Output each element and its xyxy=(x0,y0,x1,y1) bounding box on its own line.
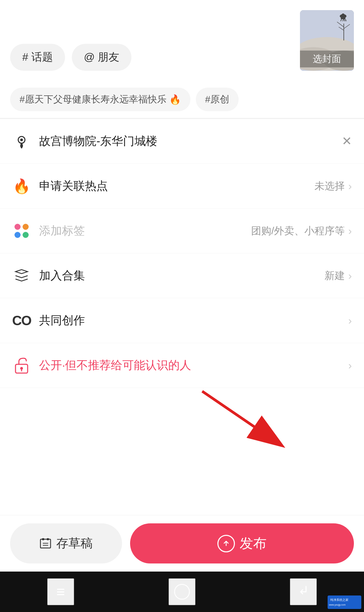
collection-chevron: › xyxy=(348,270,352,282)
hotspot-right: 未选择 › xyxy=(314,179,352,193)
tag-buttons: # 话题 @ 朋友 xyxy=(10,44,131,71)
cover-label[interactable]: 选封面 xyxy=(300,51,354,67)
hashtag-text-1: #愿天下父母健康长寿永远幸福快乐 xyxy=(20,93,166,106)
fire-icon-1: 🔥 xyxy=(169,94,181,105)
hashtag-chip-2[interactable]: #原创 xyxy=(196,88,239,111)
hashtag-text-2: #原创 xyxy=(205,93,230,106)
collection-label: 加入合集 xyxy=(39,268,325,283)
cover-thumbnail[interactable]: 选封面 xyxy=(300,10,354,71)
co-create-icon: CO xyxy=(12,311,31,330)
tags-label: 添加标签 xyxy=(39,223,251,239)
red-arrow-svg xyxy=(0,388,364,455)
collection-row[interactable]: 加入合集 新建 › xyxy=(0,253,364,298)
hashtag-chip-1[interactable]: #愿天下父母健康长寿永远幸福快乐 🔥 xyxy=(10,88,190,111)
bottom-bar: 存草稿 发布 xyxy=(0,515,364,572)
svg-rect-24 xyxy=(42,538,44,540)
tags-right: 团购/外卖、小程序等 › xyxy=(251,224,352,238)
svg-point-18 xyxy=(20,367,23,370)
back-nav-button[interactable] xyxy=(290,578,317,605)
tags-value: 团购/外卖、小程序等 xyxy=(251,224,345,238)
arrow-section xyxy=(0,388,364,455)
hashtag-row: #愿天下父母健康长寿永远幸福快乐 🔥 #原创 xyxy=(0,81,364,118)
svg-point-28 xyxy=(175,584,189,599)
upload-icon xyxy=(217,535,235,552)
back-nav-icon xyxy=(295,584,311,600)
location-label: 故宫博物院-东华门城楼 xyxy=(39,133,342,149)
android-nav-bar: ≡ xyxy=(0,572,364,612)
hashtag-button[interactable]: # 话题 xyxy=(10,44,65,71)
co-create-right: › xyxy=(348,314,352,327)
privacy-right: › xyxy=(348,359,352,372)
fire-icon: 🔥 xyxy=(12,177,31,195)
tags-icon xyxy=(12,221,31,240)
collection-icon xyxy=(12,266,31,285)
svg-text:纯净系统之家: 纯净系统之家 xyxy=(330,598,348,602)
svg-text:www.youjjy.com: www.youjjy.com xyxy=(329,604,345,606)
hotspot-value: 未选择 xyxy=(314,179,345,193)
tags-chevron: › xyxy=(348,225,352,237)
location-icon xyxy=(12,132,31,151)
svg-line-21 xyxy=(202,391,276,442)
location-row[interactable]: 故宫博物院-东华门城楼 ✕ xyxy=(0,119,364,164)
svg-rect-29 xyxy=(328,595,361,609)
privacy-row[interactable]: 公开·但不推荐给可能认识的人 › xyxy=(0,343,364,388)
draft-label: 存草稿 xyxy=(56,535,93,552)
svg-point-14 xyxy=(342,13,344,16)
svg-rect-25 xyxy=(47,538,49,540)
co-create-chevron: › xyxy=(348,314,352,327)
draft-icon xyxy=(39,538,52,550)
menu-section: 故宫博物院-东华门城楼 ✕ 🔥 申请关联热点 未选择 › xyxy=(0,119,364,388)
menu-nav-icon: ≡ xyxy=(56,583,65,600)
top-section: # 话题 @ 朋友 xyxy=(0,0,364,81)
collection-value: 新建 xyxy=(325,269,345,283)
collection-right: 新建 › xyxy=(325,269,352,283)
tags-row[interactable]: 添加标签 团购/外卖、小程序等 › xyxy=(0,209,364,253)
watermark: 纯净系统之家 www.youjjy.com xyxy=(328,595,361,611)
draft-button[interactable]: 存草稿 xyxy=(10,523,122,563)
co-text: CO xyxy=(12,313,31,328)
home-nav-icon xyxy=(173,583,191,601)
co-create-label: 共同创作 xyxy=(39,313,348,328)
at-button[interactable]: @ 朋友 xyxy=(72,44,131,71)
privacy-label: 公开·但不推荐给可能认识的人 xyxy=(39,358,348,373)
close-icon[interactable]: ✕ xyxy=(342,134,352,148)
svg-point-16 xyxy=(20,139,23,141)
privacy-chevron: › xyxy=(348,359,352,372)
publish-label: 发布 xyxy=(240,534,267,553)
publish-button[interactable]: 发布 xyxy=(130,523,354,563)
hotspot-row[interactable]: 🔥 申请关联热点 未选择 › xyxy=(0,164,364,209)
svg-rect-9 xyxy=(341,18,345,19)
location-close[interactable]: ✕ xyxy=(342,134,352,148)
co-create-row[interactable]: CO 共同创作 › xyxy=(0,298,364,343)
hotspot-label: 申请关联热点 xyxy=(39,178,314,194)
hotspot-chevron: › xyxy=(348,180,352,192)
home-nav-button[interactable] xyxy=(169,578,195,605)
menu-nav-button[interactable]: ≡ xyxy=(47,578,74,605)
privacy-icon xyxy=(12,356,31,375)
